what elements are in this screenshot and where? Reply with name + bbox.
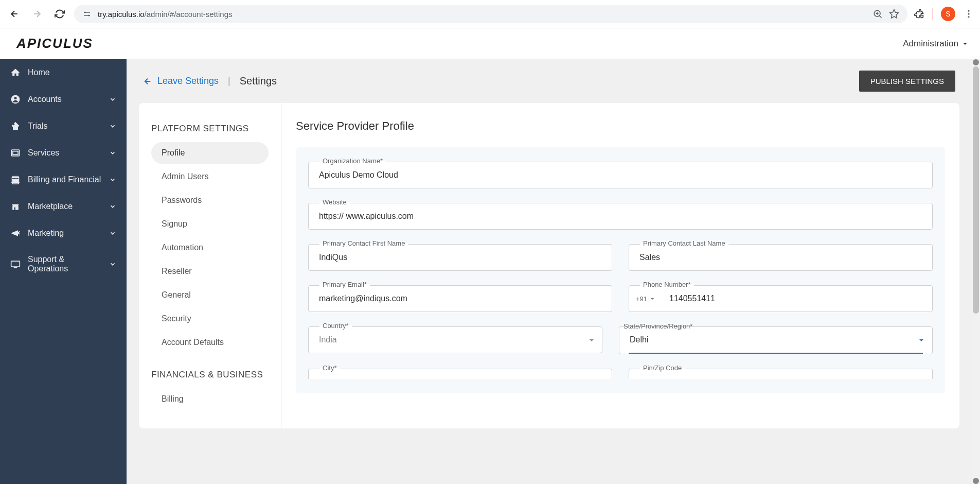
state-label: State/Province/Region* — [620, 322, 696, 330]
url-bar[interactable]: try.apiculus.io/admin/#/account-settings — [74, 5, 907, 23]
phone-prefix-text: +91 — [636, 295, 647, 303]
sidebar-item-accounts[interactable]: Accounts — [0, 86, 127, 113]
nav-item-reseller[interactable]: Reseller — [151, 261, 269, 282]
nav-section-platform: PLATFORM SETTINGS — [151, 124, 269, 134]
back-button[interactable] — [6, 6, 23, 22]
page-title: Settings — [240, 75, 277, 87]
marketing-icon — [10, 228, 21, 238]
admin-label: Administration — [903, 39, 958, 49]
form-container: Organization Name* Website Primary Conta… — [296, 147, 945, 393]
country-label: Country* — [319, 322, 352, 330]
svg-point-3 — [968, 10, 969, 12]
lastname-input[interactable] — [629, 244, 933, 271]
bookmark-star-icon[interactable] — [889, 9, 899, 19]
firstname-input[interactable] — [308, 244, 612, 271]
city-input[interactable] — [308, 369, 612, 379]
profile-avatar[interactable]: S — [941, 7, 955, 21]
nav-item-signup[interactable]: Signup — [151, 213, 269, 235]
email-input[interactable] — [308, 285, 612, 312]
scroll-down-button[interactable] — [973, 478, 979, 484]
svg-rect-10 — [13, 151, 18, 155]
website-input[interactable] — [308, 203, 933, 230]
trials-icon — [10, 121, 21, 131]
chevron-down-icon — [109, 123, 116, 130]
nav-item-billing-fin[interactable]: Billing — [151, 388, 269, 410]
sidebar-item-marketing[interactable]: Marketing — [0, 220, 127, 247]
email-label: Primary Email* — [319, 281, 370, 288]
app-header: APICULUS Administration — [0, 28, 980, 59]
org-input[interactable] — [308, 162, 933, 188]
svg-point-8 — [13, 124, 14, 125]
svg-point-4 — [968, 13, 969, 14]
phone-input[interactable] — [629, 285, 933, 312]
leave-label: Leave Settings — [157, 76, 219, 87]
leave-settings-link[interactable]: Leave Settings — [143, 76, 219, 87]
nav-item-account-defaults[interactable]: Account Defaults — [151, 332, 269, 353]
breadcrumb-sep: | — [228, 76, 230, 87]
administration-dropdown[interactable]: Administration — [903, 39, 968, 49]
forward-button[interactable] — [29, 6, 45, 22]
nav-item-profile[interactable]: Profile — [151, 142, 269, 164]
chevron-down-icon — [109, 261, 116, 268]
chevron-down-icon — [109, 149, 116, 157]
zoom-icon[interactable] — [872, 9, 883, 19]
logo[interactable]: APICULUS — [16, 36, 93, 51]
svg-point-5 — [968, 16, 969, 18]
svg-rect-17 — [11, 261, 20, 267]
sidebar-item-home[interactable]: Home — [0, 59, 127, 86]
phone-label: Phone Number* — [640, 281, 694, 288]
billing-icon — [10, 175, 21, 185]
content-area: Leave Settings | Settings PUBLISH SETTIN… — [127, 59, 980, 484]
form-title: Service Provider Profile — [296, 119, 945, 133]
scroll-thumb[interactable] — [973, 66, 979, 314]
nav-item-automation[interactable]: Automation — [151, 237, 269, 258]
lastname-label: Primary Contact Last Name — [640, 239, 728, 247]
sidebar-item-label: Support & Operations — [28, 255, 102, 273]
svg-point-16 — [19, 235, 20, 236]
country-field-wrap: Country* — [308, 326, 602, 354]
city-label: City* — [319, 364, 340, 372]
firstname-field-wrap: Primary Contact First Name — [308, 244, 612, 271]
chevron-down-icon — [109, 176, 116, 183]
support-icon — [10, 259, 21, 269]
sidebar-item-support[interactable]: Support & Operations — [0, 247, 127, 282]
sidebar-item-marketplace[interactable]: Marketplace — [0, 193, 127, 220]
state-select[interactable] — [629, 327, 923, 354]
country-select[interactable] — [308, 326, 602, 353]
browser-chrome: try.apiculus.io/admin/#/account-settings… — [0, 0, 980, 28]
form-area: Service Provider Profile Organization Na… — [281, 103, 959, 428]
svg-rect-13 — [14, 208, 16, 210]
publish-settings-button[interactable]: PUBLISH SETTINGS — [859, 71, 955, 92]
org-label: Organization Name* — [319, 157, 386, 165]
svg-point-7 — [14, 97, 17, 99]
zip-field-wrap: Pin/Zip Code — [629, 369, 933, 379]
sidebar-item-trials[interactable]: Trials — [0, 113, 127, 140]
scroll-up-button[interactable] — [973, 59, 979, 65]
breadcrumb: Leave Settings | Settings — [143, 75, 277, 87]
phone-prefix-dropdown[interactable]: +91 — [636, 295, 654, 303]
accounts-icon — [10, 94, 21, 105]
sidebar-item-label: Marketing — [28, 229, 102, 238]
svg-point-15 — [20, 233, 21, 234]
extensions-icon[interactable] — [914, 9, 924, 19]
caret-down-icon — [650, 297, 654, 301]
nav-item-security[interactable]: Security — [151, 308, 269, 330]
sidebar-item-label: Trials — [28, 122, 102, 131]
nav-item-passwords[interactable]: Passwords — [151, 189, 269, 211]
nav-section-financials: FINANCIALS & BUSINESS — [151, 370, 269, 380]
nav-item-general[interactable]: General — [151, 284, 269, 306]
nav-item-admin-users[interactable]: Admin Users — [151, 166, 269, 187]
sidebar-item-services[interactable]: Services — [0, 140, 127, 166]
zip-label: Pin/Zip Code — [640, 364, 685, 372]
sidebar-item-billing[interactable]: Billing and Financial — [0, 166, 127, 193]
scrollbar-track[interactable] — [972, 59, 980, 484]
svg-rect-11 — [12, 179, 19, 182]
sidebar-item-label: Accounts — [28, 95, 102, 104]
marketplace-icon — [10, 201, 21, 212]
email-field-wrap: Primary Email* — [308, 285, 612, 312]
services-icon — [10, 148, 21, 158]
reload-button[interactable] — [51, 6, 68, 22]
city-field-wrap: City* — [308, 369, 612, 379]
menu-dots-icon[interactable] — [964, 9, 974, 19]
settings-card: PLATFORM SETTINGS Profile Admin Users Pa… — [139, 103, 959, 428]
